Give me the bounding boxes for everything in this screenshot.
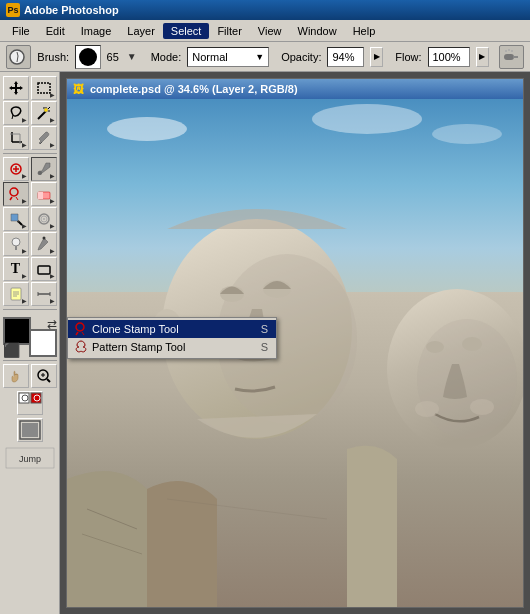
crop-tool[interactable]: ▶	[3, 126, 29, 150]
move-tool[interactable]	[3, 76, 29, 100]
tool-preset-button[interactable]	[6, 45, 31, 69]
clone-stamp-shortcut: S	[261, 323, 268, 335]
brush-shape	[79, 48, 97, 66]
pen-tool[interactable]: ▶	[31, 232, 57, 256]
tool-row-6: ▶ ▶	[3, 207, 57, 231]
clone-stamp-menu-item[interactable]: Clone Stamp Tool S	[68, 320, 276, 338]
brush-tool[interactable]: ▶	[31, 157, 57, 181]
svg-point-29	[43, 218, 45, 220]
hand-tool[interactable]	[3, 364, 29, 388]
menu-edit[interactable]: Edit	[38, 23, 73, 39]
svg-point-66	[462, 337, 482, 351]
svg-line-24	[16, 197, 18, 200]
marquee-arrow: ▶	[50, 91, 55, 98]
flow-arrow[interactable]: ▶	[476, 47, 489, 67]
clone-stamp-tool[interactable]: ▶	[3, 182, 29, 206]
svg-line-7	[38, 111, 46, 119]
text-tool[interactable]: T ▶	[3, 257, 29, 281]
lasso-tool[interactable]: ▶	[3, 101, 29, 125]
dodge-tool[interactable]: ▶	[3, 232, 29, 256]
canvas-area: 🖼 complete.psd @ 34.6% (Layer 2, RGB/8)	[60, 72, 530, 614]
clone-stamp-icon	[72, 321, 90, 337]
svg-line-23	[10, 197, 12, 200]
zoom-tool[interactable]	[31, 364, 57, 388]
color-swatches: ⬛ ⇄	[3, 317, 57, 357]
divider-2	[3, 309, 57, 310]
svg-point-30	[12, 238, 20, 246]
svg-rect-33	[38, 266, 50, 274]
quick-mask-tool[interactable]	[17, 391, 43, 415]
menu-layer[interactable]: Layer	[119, 23, 163, 39]
eyedrop-arrow: ▶	[50, 141, 55, 148]
menu-file[interactable]: File	[4, 23, 38, 39]
tool-row-8: T ▶ ▶	[3, 257, 57, 281]
jump-imageready[interactable]: Jump	[5, 447, 55, 471]
menu-help[interactable]: Help	[345, 23, 384, 39]
brush-preview[interactable]	[75, 45, 100, 69]
divider-3	[3, 360, 57, 361]
clone-arrow: ▶	[22, 197, 27, 204]
eraser-arrow: ▶	[50, 197, 55, 204]
menu-select[interactable]: Select	[163, 23, 210, 39]
tool-row-7: ▶ ▶	[3, 232, 57, 256]
fill-tool[interactable]: ▶	[3, 207, 29, 231]
swap-colors[interactable]: ⇄	[47, 317, 57, 331]
opacity-arrow[interactable]: ▶	[370, 47, 383, 67]
tool-row-4: ▶ ▶	[3, 157, 57, 181]
notes-tool[interactable]: ▶	[3, 282, 29, 306]
menu-filter[interactable]: Filter	[209, 23, 249, 39]
svg-rect-26	[38, 192, 43, 199]
measure-tool[interactable]: ▶	[31, 282, 57, 306]
svg-point-68	[470, 399, 494, 415]
options-bar: Brush: 65 ▼ Mode: Normal ▼ Opacity: 94% …	[0, 42, 530, 72]
canvas-content[interactable]: Clone Stamp Tool S Pattern Stamp Tool S	[67, 99, 523, 607]
shape-tool[interactable]: ▶	[31, 257, 57, 281]
flow-input[interactable]: 100%	[428, 47, 470, 67]
menu-window[interactable]: Window	[290, 23, 345, 39]
svg-text:Jump: Jump	[18, 454, 40, 464]
app-icon: Ps	[6, 3, 20, 17]
eyedrop-tool[interactable]: ▶	[31, 126, 57, 150]
canvas-title: complete.psd @ 34.6% (Layer 2, RGB/8)	[90, 83, 298, 95]
opacity-label: Opacity:	[281, 51, 321, 63]
menu-view[interactable]: View	[250, 23, 290, 39]
svg-point-32	[42, 237, 45, 240]
screen-mode-tool[interactable]	[17, 418, 43, 442]
svg-point-72	[76, 323, 84, 331]
svg-rect-1	[504, 54, 514, 60]
canvas-titlebar: 🖼 complete.psd @ 34.6% (Layer 2, RGB/8)	[67, 79, 523, 99]
airbrush-button[interactable]	[499, 45, 524, 69]
text-arrow: ▶	[22, 272, 27, 279]
heal-tool[interactable]: ▶	[3, 157, 29, 181]
text-icon: T	[11, 261, 20, 277]
menu-image[interactable]: Image	[73, 23, 120, 39]
canvas-window: 🖼 complete.psd @ 34.6% (Layer 2, RGB/8)	[66, 78, 524, 608]
foreground-color[interactable]	[3, 317, 31, 345]
opacity-input[interactable]: 94%	[327, 47, 364, 67]
app-title: Adobe Photoshop	[24, 4, 119, 16]
pattern-stamp-menu-item[interactable]: Pattern Stamp Tool S	[68, 338, 276, 356]
svg-rect-2	[513, 56, 518, 58]
brush-size: 65	[107, 51, 119, 63]
svg-line-42	[47, 379, 50, 382]
mode-dropdown[interactable]: Normal ▼	[187, 47, 269, 67]
pen-arrow: ▶	[50, 247, 55, 254]
svg-line-9	[48, 107, 50, 109]
magic-wand-tool[interactable]: ▶	[31, 101, 57, 125]
eraser-tool[interactable]: ▶	[31, 182, 57, 206]
svg-point-65	[426, 341, 444, 353]
brush-arrow: ▶	[50, 172, 55, 179]
shape-arrow: ▶	[50, 272, 55, 279]
brush-arrow: ▼	[127, 51, 137, 62]
svg-line-74	[82, 332, 84, 335]
svg-point-55	[312, 104, 422, 134]
brush-label: Brush:	[37, 51, 69, 63]
background-color[interactable]	[29, 329, 57, 357]
mode-label: Mode:	[151, 51, 182, 63]
mode-value: Normal	[192, 51, 227, 63]
tool-row-11	[17, 391, 43, 415]
svg-point-67	[415, 401, 439, 417]
marquee-tool[interactable]: ▶	[31, 76, 57, 100]
blur-tool[interactable]: ▶	[31, 207, 57, 231]
reset-colors[interactable]: ⬛	[3, 343, 20, 357]
